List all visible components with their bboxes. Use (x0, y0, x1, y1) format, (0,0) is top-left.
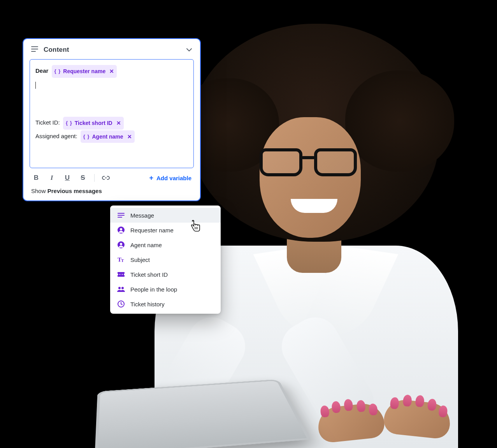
text-cursor (35, 82, 36, 89)
variable-chip-ticket-short-id[interactable]: { } Ticket short ID ✕ (63, 117, 124, 130)
dropdown-item-ticket-history[interactable]: Ticket history (110, 297, 221, 311)
assigned-agent-label: Assigned agent: (35, 133, 77, 139)
strikethrough-button[interactable]: S (79, 174, 87, 182)
plus-icon: + (149, 174, 153, 181)
dropdown-item-message[interactable]: Message (110, 208, 221, 223)
dropdown-item-label: Ticket short ID (130, 271, 168, 278)
content-editor-textarea[interactable]: Dear { } Requester name ✕ Ticket ID: { }… (30, 59, 194, 168)
person-icon (117, 241, 125, 249)
remove-chip-button[interactable]: ✕ (116, 120, 121, 126)
add-variable-label: Add variable (156, 175, 191, 181)
dropdown-item-label: People in the loop (130, 286, 177, 293)
chip-label: Requester name (63, 66, 105, 77)
variable-chip-agent-name[interactable]: { } Agent name ✕ (81, 130, 135, 143)
braces-icon: { } (54, 67, 61, 76)
braces-icon: { } (83, 132, 90, 142)
bold-button[interactable]: B (32, 174, 40, 182)
show-previous-messages-row[interactable]: Show Previous messages (30, 184, 194, 194)
card-title: Content (44, 46, 69, 54)
ticket-id-label: Ticket ID: (35, 119, 60, 126)
chip-label: Ticket short ID (75, 118, 112, 128)
chip-label: Agent name (92, 132, 123, 142)
dropdown-item-requester-name[interactable]: Requester name (110, 223, 221, 237)
remove-chip-button[interactable]: ✕ (109, 69, 114, 74)
dropdown-item-label: Subject (130, 257, 150, 263)
add-variable-dropdown: Message Requester name Agent name T T Su… (110, 206, 221, 314)
svg-point-13 (122, 274, 123, 275)
previous-messages-label: Previous messages (47, 188, 102, 194)
dropdown-item-label: Ticket history (130, 301, 165, 307)
dropdown-item-label: Requester name (130, 227, 174, 234)
add-variable-button[interactable]: + Add variable (149, 174, 191, 181)
card-header[interactable]: Content (30, 46, 194, 59)
dropdown-item-subject[interactable]: T T Subject (110, 252, 221, 267)
dropdown-item-ticket-short-id[interactable]: Ticket short ID (110, 267, 221, 282)
chevron-down-icon[interactable] (186, 46, 192, 53)
content-editor-card: Content Dear { } Requester name ✕ Ticket… (23, 38, 201, 201)
list-icon (31, 46, 38, 54)
svg-point-15 (121, 287, 124, 289)
dropdown-item-agent-name[interactable]: Agent name (110, 237, 221, 252)
dropdown-item-label: Message (130, 212, 154, 219)
link-button[interactable] (102, 174, 110, 182)
toolbar-divider (94, 174, 95, 182)
list-icon (117, 211, 125, 219)
italic-button[interactable]: I (47, 174, 56, 182)
remove-chip-button[interactable]: ✕ (127, 134, 132, 139)
variable-chip-requester-name[interactable]: { } Requester name ✕ (52, 65, 117, 78)
svg-point-14 (118, 287, 121, 289)
svg-point-7 (120, 228, 122, 230)
ticket-icon (117, 271, 125, 278)
laptop (96, 316, 314, 448)
show-prefix: Show (31, 188, 47, 194)
dropdown-item-label: Agent name (130, 242, 162, 248)
people-icon (117, 285, 125, 293)
text-icon: T T (117, 256, 125, 264)
clock-icon (117, 300, 125, 308)
svg-point-9 (120, 243, 122, 245)
format-toolbar: B I U S + Add variable (30, 168, 194, 184)
svg-text:T: T (121, 258, 124, 263)
underline-button[interactable]: U (63, 174, 72, 182)
person-icon (117, 226, 125, 234)
dropdown-item-people-in-loop[interactable]: People in the loop (110, 282, 221, 297)
greeting-prefix: Dear (35, 67, 48, 74)
svg-point-12 (119, 274, 121, 275)
braces-icon: { } (66, 118, 72, 128)
